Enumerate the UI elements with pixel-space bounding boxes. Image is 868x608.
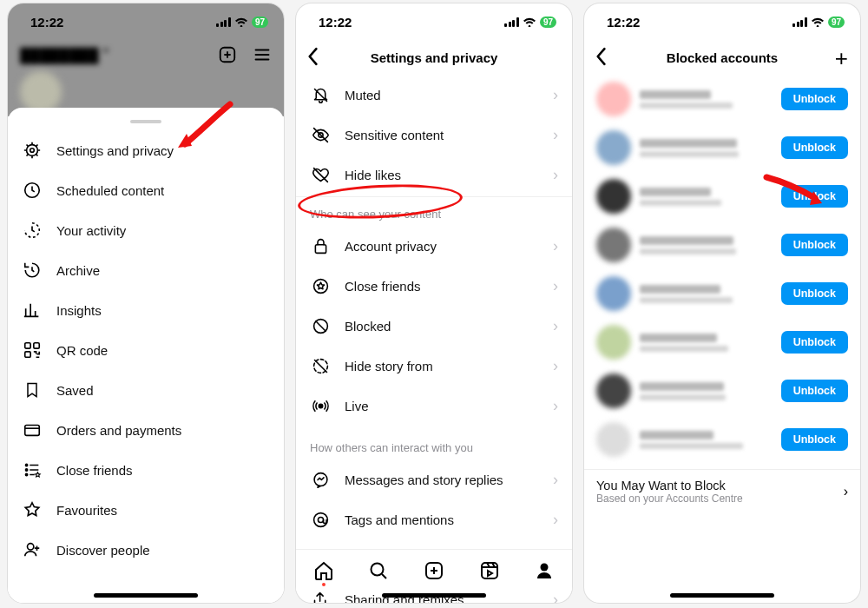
wifi-icon: [811, 17, 825, 27]
may-want-to-block-row[interactable]: You May Want to Block Based on your Acco…: [584, 469, 860, 513]
account-text: [640, 236, 773, 254]
row-label: Tags and mentions: [345, 512, 553, 527]
settings-row-hide-likes[interactable]: Hide likes ›: [296, 155, 572, 195]
svg-rect-7: [25, 426, 40, 436]
menu-label: Your activity: [56, 223, 270, 238]
unblock-button[interactable]: Unblock: [781, 380, 848, 402]
home-indicator[interactable]: [670, 593, 774, 598]
unblock-button[interactable]: Unblock: [781, 428, 848, 451]
signal-icon: [792, 17, 807, 27]
blocked-account-row[interactable]: Unblock: [584, 172, 860, 221]
menu-label: Scheduled content: [56, 183, 270, 198]
settings-row-blocked[interactable]: Blocked ›: [296, 306, 572, 346]
menu-insights[interactable]: Insights: [8, 290, 284, 330]
chevron-right-icon: ›: [553, 471, 558, 489]
home-indicator[interactable]: [382, 593, 486, 598]
nav-home-icon[interactable]: [313, 560, 334, 581]
svg-point-19: [313, 512, 327, 526]
menu-saved[interactable]: Saved: [8, 370, 284, 410]
settings-row-messages-and-story-replies[interactable]: Messages and story replies ›: [296, 459, 572, 499]
nav-search-icon[interactable]: [368, 560, 389, 581]
status-icons: 97: [216, 17, 268, 28]
menu-label: Insights: [56, 303, 270, 318]
unblock-button[interactable]: Unblock: [781, 185, 848, 208]
blocked-account-row[interactable]: Unblock: [584, 415, 860, 464]
menu-favourites[interactable]: Favourites: [8, 490, 284, 530]
svg-point-1: [27, 145, 38, 156]
add-blocked-button[interactable]: +: [835, 45, 848, 72]
menu-label: Discover people: [56, 543, 270, 558]
menu-archive[interactable]: Archive: [8, 250, 284, 290]
account-text: [640, 431, 773, 449]
settings-row-live[interactable]: Live ›: [296, 386, 572, 426]
blocked-account-row[interactable]: Unblock: [584, 269, 860, 318]
nav-profile-icon[interactable]: [534, 560, 555, 581]
page-title: Blocked accounts: [667, 50, 778, 65]
menu-settings-privacy[interactable]: Settings and privacy: [8, 130, 284, 170]
unblock-button[interactable]: Unblock: [781, 282, 848, 305]
unblock-button[interactable]: Unblock: [781, 234, 848, 256]
menu-qr-code[interactable]: QR code: [8, 330, 284, 370]
back-button[interactable]: [595, 47, 607, 66]
nav-reels-icon[interactable]: [479, 560, 500, 581]
clock-icon: [22, 180, 43, 201]
row-label: Messages and story replies: [345, 473, 553, 487]
menu-orders-payments[interactable]: Orders and payments: [8, 410, 284, 450]
section-who-can-see: Who can see your content: [296, 199, 572, 226]
account-text: [640, 139, 773, 157]
screen-header: Settings and privacy: [296, 40, 572, 75]
avatar: [596, 82, 631, 116]
settings-row-close-friends[interactable]: Close friends ›: [296, 266, 572, 306]
profile-avatar-blurred: [20, 71, 62, 113]
hamburger-menu-icon[interactable]: [253, 45, 272, 64]
back-button[interactable]: [306, 47, 319, 66]
nav-create-icon[interactable]: [424, 560, 444, 581]
screen-header: Blocked accounts +: [584, 40, 860, 75]
account-text: [640, 382, 773, 400]
blocked-account-row[interactable]: Unblock: [584, 75, 860, 123]
blocked-account-row[interactable]: Unblock: [584, 221, 860, 269]
phone-screen-1: 12:22 97 ████████ ˅ Settings and: [8, 3, 284, 603]
status-time: 12:22: [30, 15, 63, 30]
lock-icon: [310, 235, 331, 256]
settings-row-account-privacy[interactable]: Account privacy ›: [296, 226, 572, 266]
blocked-account-row[interactable]: Unblock: [584, 318, 860, 367]
chevron-right-icon: ›: [553, 357, 558, 375]
svg-point-11: [28, 544, 34, 550]
avatar: [596, 325, 631, 360]
create-post-icon[interactable]: [218, 45, 237, 64]
settings-row-sensitive-content[interactable]: Sensitive content ›: [296, 115, 572, 155]
settings-row-tags-and-mentions[interactable]: Tags and mentions ›: [296, 499, 572, 539]
row-label: Live: [345, 399, 553, 413]
status-time: 12:22: [319, 15, 352, 30]
svg-point-24: [541, 563, 549, 571]
menu-your-activity[interactable]: Your activity: [8, 210, 284, 250]
menu-label: Orders and payments: [56, 423, 270, 438]
unblock-button[interactable]: Unblock: [781, 136, 848, 159]
svg-point-14: [313, 279, 327, 293]
menu-discover-people[interactable]: Discover people: [8, 530, 284, 570]
sheet-grabber[interactable]: [130, 120, 161, 123]
status-time: 12:22: [607, 15, 640, 30]
unblock-button[interactable]: Unblock: [781, 331, 848, 354]
blocked-account-row[interactable]: Unblock: [584, 367, 860, 415]
settings-row-muted[interactable]: Muted ›: [296, 75, 572, 115]
signal-icon: [504, 17, 519, 27]
settings-row-hide-story-from[interactable]: Hide story from ›: [296, 346, 572, 386]
unblock-button[interactable]: Unblock: [781, 88, 848, 110]
may-block-title: You May Want to Block: [596, 479, 844, 492]
blocked-account-row[interactable]: Unblock: [584, 123, 860, 172]
insights-icon: [22, 300, 43, 321]
share-icon: [310, 589, 331, 603]
qr-icon: [22, 340, 43, 360]
svg-point-2: [30, 149, 35, 153]
home-indicator[interactable]: [94, 593, 198, 598]
may-block-subtitle: Based on your Accounts Centre: [596, 492, 844, 505]
menu-scheduled-content[interactable]: Scheduled content: [8, 170, 284, 210]
story-off-icon: [310, 355, 331, 376]
chevron-right-icon: ›: [553, 277, 558, 295]
menu-close-friends[interactable]: Close friends: [8, 450, 284, 490]
avatar: [596, 228, 631, 262]
menu-label: Archive: [56, 263, 270, 278]
account-text: [640, 334, 773, 352]
